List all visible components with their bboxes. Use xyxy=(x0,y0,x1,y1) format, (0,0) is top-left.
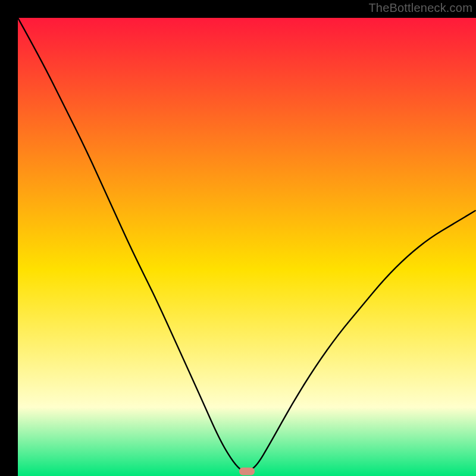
optimal-marker xyxy=(239,468,255,475)
plot-area xyxy=(18,18,476,476)
bottleneck-chart xyxy=(18,18,476,476)
watermark-text: TheBottleneck.com xyxy=(368,1,472,15)
gradient-background xyxy=(18,18,476,476)
chart-frame: TheBottleneck.com xyxy=(0,0,476,476)
